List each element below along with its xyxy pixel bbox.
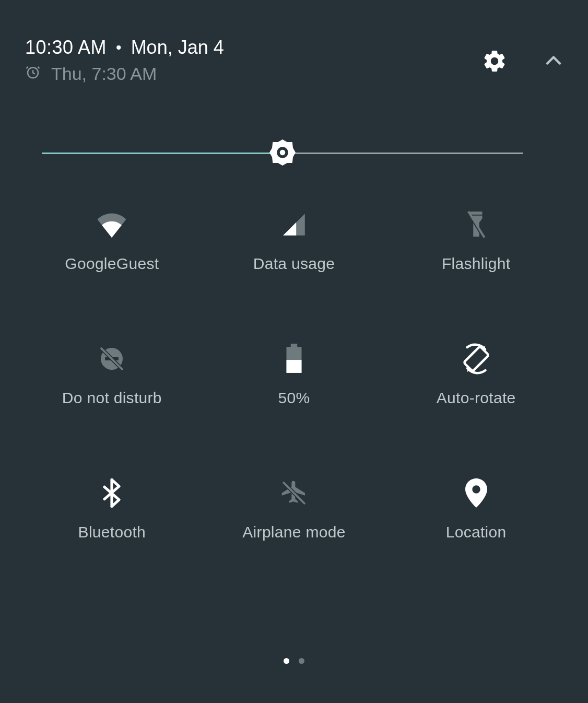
auto-rotate-icon <box>461 343 492 374</box>
tile-battery-label: 50% <box>278 389 310 407</box>
separator-dot: • <box>116 40 122 55</box>
tile-airplane[interactable]: Airplane mode <box>203 477 385 541</box>
tile-bluetooth[interactable]: Bluetooth <box>21 477 203 541</box>
wifi-icon <box>96 209 127 240</box>
slider-thumb[interactable] <box>267 137 298 168</box>
svg-rect-11 <box>291 344 297 347</box>
airplane-icon <box>278 477 310 509</box>
tile-dnd[interactable]: Do not disturb <box>21 343 203 407</box>
flashlight-icon <box>461 209 492 240</box>
tile-data-usage[interactable]: Data usage <box>203 209 385 273</box>
tile-airplane-label: Airplane mode <box>242 523 345 541</box>
tile-flashlight[interactable]: Flashlight <box>385 209 567 273</box>
tile-wifi[interactable]: GoogleGuest <box>21 209 203 273</box>
tile-rotate-label: Auto-rotate <box>437 389 516 407</box>
brightness-icon <box>267 137 298 168</box>
tile-dnd-label: Do not disturb <box>62 389 162 407</box>
page-dot-1[interactable] <box>299 658 304 664</box>
battery-icon <box>278 343 310 374</box>
tile-battery[interactable]: 50% <box>203 343 385 407</box>
dnd-icon <box>96 343 127 374</box>
clock-date: Mon, Jan 4 <box>131 37 224 58</box>
page-dot-0[interactable] <box>284 658 289 664</box>
slider-track-fill <box>42 153 283 154</box>
tile-bluetooth-label: Bluetooth <box>78 523 146 541</box>
tile-auto-rotate[interactable]: Auto-rotate <box>385 343 567 407</box>
svg-rect-4 <box>470 212 482 215</box>
tile-wifi-label: GoogleGuest <box>65 255 159 273</box>
clock-time: 10:30 AM <box>25 37 107 58</box>
quick-settings-panel: 10:30 AM • Mon, Jan 4 Thu, 7:30 AM <box>0 0 588 703</box>
tile-location[interactable]: Location <box>385 477 567 541</box>
next-alarm-text: Thu, 7:30 AM <box>51 64 157 84</box>
brightness-slider[interactable] <box>42 139 523 166</box>
chevron-up-icon <box>544 63 563 72</box>
tile-flashlight-label: Flashlight <box>442 255 510 273</box>
svg-point-3 <box>279 150 285 156</box>
location-icon <box>461 477 492 509</box>
settings-button[interactable] <box>481 48 508 76</box>
tile-location-label: Location <box>446 523 507 541</box>
bluetooth-icon <box>96 477 127 509</box>
tile-grid: GoogleGuest Data usage <box>0 209 588 541</box>
tile-data-label: Data usage <box>253 255 335 273</box>
page-indicator[interactable] <box>0 658 588 664</box>
cellular-icon <box>278 209 310 240</box>
alarm-icon <box>25 64 41 84</box>
svg-rect-13 <box>286 360 301 373</box>
collapse-button[interactable] <box>544 52 563 73</box>
gear-icon <box>481 67 508 76</box>
header-actions <box>481 48 563 76</box>
